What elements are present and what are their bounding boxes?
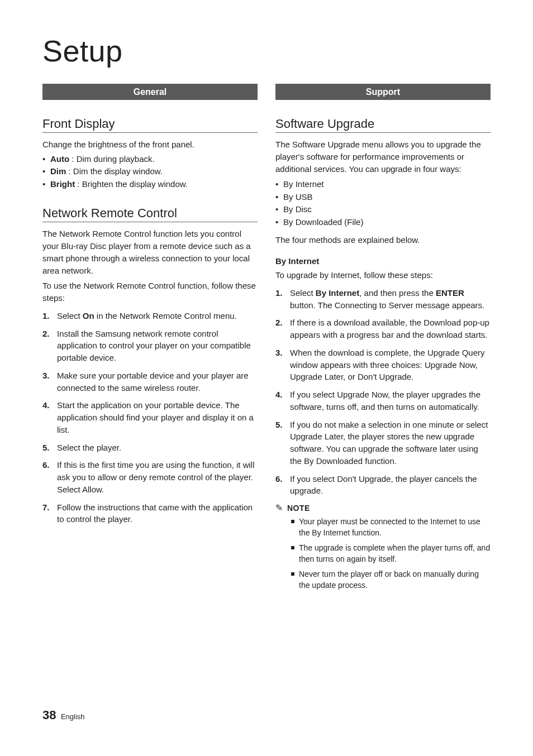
list-item: By USB — [275, 191, 491, 204]
list-item: Your player must be connected to the Int… — [291, 516, 491, 538]
bold-term: By Internet — [316, 288, 359, 298]
bold-term: On — [83, 311, 94, 320]
list-item: If you select Don't Upgrade, the player … — [275, 473, 491, 497]
list-item: Start the application on your portable d… — [42, 399, 258, 436]
list-item: Select the player. — [42, 442, 258, 454]
column-right: Support Software Upgrade The Software Up… — [275, 84, 491, 596]
column-left: General Front Display Change the brightn… — [42, 84, 258, 596]
list-item-text: : Brighten the display window. — [75, 179, 188, 189]
software-upgrade-outro: The four methods are explained below. — [275, 234, 491, 246]
software-upgrade-intro: The Software Upgrade menu allows you to … — [275, 138, 491, 175]
bold-term: Bright — [50, 179, 75, 189]
list-item: By Internet — [275, 178, 491, 191]
by-internet-lead: To upgrade by Internet, follow these ste… — [275, 269, 491, 281]
front-display-intro: Change the brightness of the front panel… — [42, 138, 258, 151]
by-internet-steps: Select By Internet, and then press the E… — [275, 287, 491, 497]
list-item-text: : Dim during playback. — [69, 154, 155, 164]
upgrade-ways-list: By Internet By USB By Disc By Downloaded… — [275, 178, 491, 228]
page-language: English — [61, 712, 85, 721]
list-item: The upgrade is complete when the player … — [291, 543, 491, 564]
bold-term: Dim — [50, 166, 66, 176]
note-label: NOTE — [287, 504, 310, 513]
list-item: Make sure your portable device and your … — [42, 370, 258, 394]
subheading-by-internet: By Internet — [275, 256, 491, 266]
list-item: If you do not make a selection in one mi… — [275, 419, 491, 467]
bold-term: Auto — [50, 154, 69, 164]
list-item: If this is the first time you are using … — [42, 459, 258, 495]
step-text: Select — [290, 288, 316, 298]
front-display-list: Auto : Dim during playback. Dim : Dim th… — [42, 153, 258, 191]
step-text: Select — [57, 311, 83, 320]
page-title: Setup — [42, 34, 491, 68]
section-bar-support: Support — [275, 84, 491, 100]
note-header: ✎ NOTE — [275, 503, 491, 513]
list-item: By Downloaded (File) — [275, 216, 491, 229]
note-icon: ✎ — [275, 503, 283, 513]
list-item: When the download is complete, the Upgra… — [275, 347, 491, 383]
heading-front-display: Front Display — [42, 117, 258, 131]
nrc-paragraph-1: The Network Remote Control function lets… — [42, 228, 258, 276]
list-item: By Disc — [275, 203, 491, 216]
list-item: Follow the instructions that came with t… — [42, 501, 258, 526]
nrc-steps: Select On in the Network Remote Control … — [42, 310, 258, 525]
list-item: Auto : Dim during playback. — [42, 153, 258, 166]
section-bar-general: General — [42, 84, 258, 100]
nrc-paragraph-2: To use the Network Remote Control functi… — [42, 280, 258, 304]
heading-network-remote: Network Remote Control — [42, 206, 258, 221]
note-list: Your player must be connected to the Int… — [275, 516, 491, 591]
list-item: Select On in the Network Remote Control … — [42, 310, 258, 322]
list-item: Bright : Brighten the display window. — [42, 178, 258, 191]
list-item: If you select Upgrade Now, the player up… — [275, 389, 491, 413]
list-item: Never turn the player off or back on man… — [291, 569, 491, 591]
bold-term: ENTER — [436, 288, 464, 298]
step-text: in the Network Remote Control menu. — [94, 311, 237, 320]
step-text: button. The Connecting to Server message… — [290, 300, 484, 310]
step-text: , and then press the — [359, 288, 436, 298]
heading-software-upgrade: Software Upgrade — [275, 117, 491, 131]
list-item: Install the Samsung network remote contr… — [42, 328, 258, 364]
page-number: 38 — [42, 708, 56, 722]
list-item: Dim : Dim the display window. — [42, 165, 258, 178]
page-footer: 38 English — [42, 708, 85, 722]
list-item-text: : Dim the display window. — [66, 166, 163, 176]
list-item: If there is a download available, the Do… — [275, 317, 491, 341]
list-item: Select By Internet, and then press the E… — [275, 287, 491, 312]
